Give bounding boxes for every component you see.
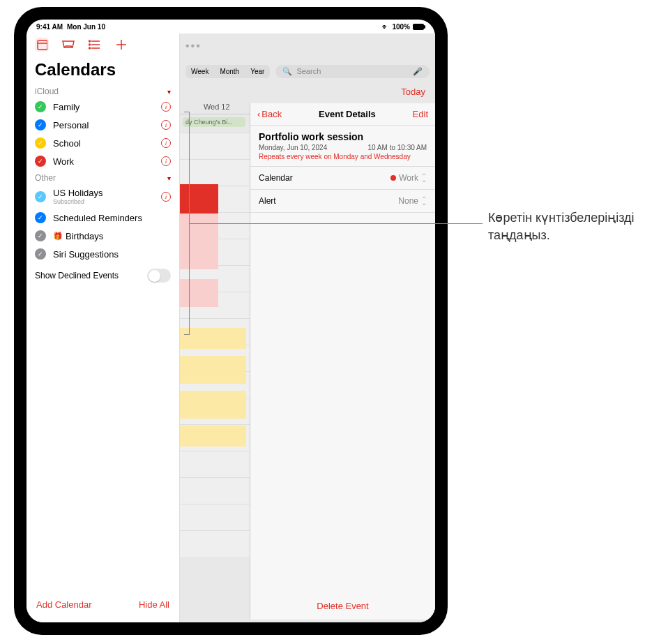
- back-button[interactable]: ‹ Back: [257, 109, 282, 119]
- cal-school-label: School: [53, 138, 161, 149]
- check-icon: ✓: [35, 119, 46, 130]
- edit-button[interactable]: Edit: [413, 109, 428, 119]
- declined-toggle[interactable]: [147, 269, 171, 283]
- other-list: ✓ US Holidays Subscribed i ✓ Scheduled R…: [26, 184, 179, 263]
- today-button[interactable]: Today: [180, 84, 435, 100]
- day-wed: Wed 12: [185, 103, 248, 111]
- cal-birthdays-label: Birthdays: [66, 231, 171, 241]
- check-icon: ✓: [35, 191, 46, 202]
- calendar-icon[interactable]: [35, 38, 49, 52]
- check-icon: ✓: [35, 248, 46, 260]
- declined-label: Show Declined Events: [35, 271, 119, 280]
- allday-event-pill[interactable]: dy Cheung's Bi...: [183, 117, 245, 127]
- add-icon[interactable]: [114, 38, 128, 52]
- event-block[interactable]: [180, 426, 246, 447]
- cal-work-label: Work: [53, 156, 161, 167]
- chevron-down-icon: ▾: [167, 88, 171, 96]
- section-other[interactable]: Other ▾: [26, 170, 179, 184]
- sidebar-toolbar: [26, 33, 179, 56]
- hide-all-button[interactable]: Hide All: [139, 599, 169, 610]
- callout-line: [190, 223, 483, 224]
- list-icon[interactable]: [88, 38, 102, 52]
- chevron-left-icon: ‹: [257, 109, 260, 119]
- calendars-sidebar: Calendars iCloud ▾ ✓ Family i ✓ Personal: [26, 33, 180, 622]
- info-icon[interactable]: i: [161, 156, 171, 166]
- seg-week[interactable]: Week: [185, 65, 214, 78]
- event-block[interactable]: [180, 356, 246, 384]
- search-field[interactable]: 🔍 Search 🎤: [275, 65, 430, 78]
- back-label: Back: [261, 109, 282, 119]
- cal-school[interactable]: ✓ School i: [26, 134, 179, 152]
- sidebar-footer: Add Calendar Hide All: [26, 591, 179, 622]
- wifi-icon: ᯤ: [382, 23, 389, 31]
- more-icon[interactable]: •••: [185, 40, 202, 52]
- battery-icon: [413, 24, 425, 30]
- cal-personal-label: Personal: [53, 120, 161, 130]
- cal-work[interactable]: ✓ Work i: [26, 152, 179, 170]
- check-icon: ✓: [35, 137, 46, 149]
- view-segmented[interactable]: Week Month Year: [185, 65, 270, 78]
- section-other-label: Other: [35, 173, 56, 183]
- info-icon[interactable]: i: [161, 138, 171, 148]
- svg-point-9: [89, 47, 91, 49]
- check-icon: ✓: [35, 212, 46, 223]
- cal-siri[interactable]: ✓ Siri Suggestions: [26, 245, 179, 263]
- updown-icon: ⌃⌄: [421, 197, 427, 204]
- seg-month[interactable]: Month: [214, 65, 245, 78]
- cal-holidays[interactable]: ✓ US Holidays Subscribed i: [26, 184, 179, 209]
- cal-siri-label: Siri Suggestions: [53, 249, 171, 260]
- check-icon: ✓: [35, 156, 46, 167]
- icloud-list: ✓ Family i ✓ Personal i ✓ School i: [26, 98, 179, 170]
- event-title: Portfolio work session: [250, 126, 435, 144]
- info-icon[interactable]: i: [161, 102, 171, 112]
- inbox-icon[interactable]: [61, 38, 75, 52]
- calendar-row-label: Calendar: [259, 173, 293, 183]
- top-toolbar: •••: [180, 33, 435, 59]
- declined-row: Show Declined Events: [26, 263, 179, 288]
- section-icloud[interactable]: iCloud ▾: [26, 84, 179, 98]
- ipad-screen: 9:41 AM Mon Jun 10 ᯤ 100%: [26, 20, 435, 622]
- callout-text: Көретін күнтізбелеріңізді таңдаңыз.: [488, 209, 655, 244]
- calendar-content: ••• Week Month Year 🔍 Search 🎤 Today: [180, 33, 435, 622]
- mic-icon[interactable]: 🎤: [413, 67, 423, 76]
- calendar-color-dot: [390, 175, 396, 181]
- event-block[interactable]: [180, 391, 246, 419]
- search-icon: 🔍: [282, 67, 292, 76]
- alert-row[interactable]: Alert None ⌃⌄: [250, 190, 435, 213]
- event-details-panel: ‹ Back Event Details Edit Portfolio work…: [250, 103, 435, 620]
- callout-bracket: [184, 112, 190, 335]
- cal-reminders[interactable]: ✓ Scheduled Reminders: [26, 209, 179, 227]
- svg-rect-0: [413, 24, 424, 30]
- svg-point-8: [89, 44, 91, 45]
- delete-event-button[interactable]: Delete Event: [250, 592, 435, 620]
- cal-birthdays[interactable]: ✓ 🎁 Birthdays: [26, 227, 179, 245]
- section-icloud-label: iCloud: [35, 87, 59, 96]
- alert-row-value: None: [398, 196, 418, 206]
- cal-holidays-sub: Subscribed: [53, 198, 161, 205]
- event-block[interactable]: [180, 328, 246, 349]
- cal-holidays-label: US Holidays: [53, 188, 161, 198]
- cal-reminders-label: Scheduled Reminders: [53, 213, 171, 223]
- info-icon[interactable]: i: [161, 120, 171, 130]
- svg-rect-2: [38, 40, 47, 50]
- status-date: Mon Jun 10: [67, 23, 105, 31]
- alert-row-label: Alert: [259, 196, 276, 206]
- cal-personal[interactable]: ✓ Personal i: [26, 116, 179, 134]
- cal-family-label: Family: [53, 102, 161, 112]
- seg-year[interactable]: Year: [245, 65, 270, 78]
- calendar-row-value: Work: [399, 173, 418, 183]
- home-indicator[interactable]: [189, 629, 273, 632]
- cal-family[interactable]: ✓ Family i: [26, 98, 179, 116]
- status-bar: 9:41 AM Mon Jun 10 ᯤ 100%: [26, 20, 435, 33]
- svg-rect-1: [424, 25, 425, 29]
- panel-title: Event Details: [319, 109, 376, 119]
- status-time: 9:41 AM: [36, 23, 63, 31]
- info-icon[interactable]: i: [161, 192, 171, 202]
- check-icon: ✓: [35, 230, 46, 241]
- view-toolbar: Week Month Year 🔍 Search 🎤: [180, 59, 435, 84]
- battery-percent: 100%: [392, 23, 410, 31]
- add-calendar-button[interactable]: Add Calendar: [36, 599, 92, 610]
- svg-point-7: [89, 40, 91, 42]
- event-date: Monday, Jun 10, 2024: [259, 144, 327, 151]
- calendar-row[interactable]: Calendar Work ⌃⌄: [250, 167, 435, 190]
